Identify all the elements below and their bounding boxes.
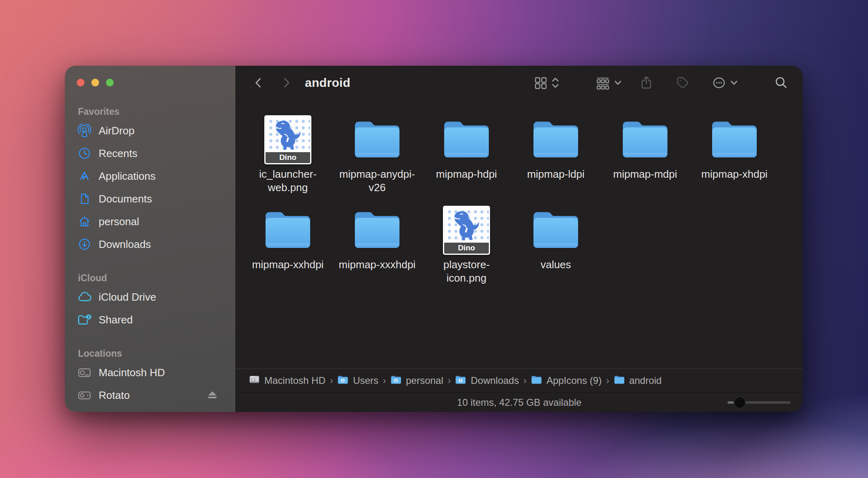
dino-artwork (444, 207, 489, 243)
sidebar-section-title: iCloud (65, 273, 235, 284)
shared-folder-icon (77, 312, 92, 327)
drive-small-icon (249, 375, 260, 387)
file-grid: Dino ic_launcher-web.png mipmap-anydpi-v… (243, 114, 779, 295)
close-button[interactable] (77, 79, 84, 86)
image-thumbnail: Dino (443, 206, 490, 255)
path-separator: › (606, 375, 609, 386)
folder-home-icon (391, 375, 402, 387)
folder-small-icon (614, 375, 625, 387)
folder-icon (263, 209, 313, 251)
icon-size-slider[interactable] (728, 401, 790, 404)
status-bar: 10 items, 42.75 GB available (236, 392, 803, 412)
sidebar-section-title: Locations (65, 348, 235, 359)
file-mipmap-xhdpi[interactable]: mipmap-xhdpi (690, 114, 779, 205)
sidebar-item-macintosh-hd[interactable]: Macintosh HD (65, 361, 235, 384)
sidebar-item-recents[interactable]: Recents (65, 142, 235, 165)
path-item-appicons-9[interactable]: AppIcons (9) (531, 375, 602, 387)
folder-icon (531, 119, 581, 160)
back-button[interactable] (250, 75, 267, 91)
more-options-button[interactable] (712, 76, 726, 90)
sidebar-section-title: Favorites (65, 106, 235, 117)
sidebar-item-synologydrive[interactable]: SynologyDrive (65, 407, 235, 412)
airdrop-icon (77, 123, 92, 138)
share-button[interactable] (639, 75, 653, 90)
sidebar-sections: Favorites AirDrop Recents Applications D… (65, 106, 235, 412)
tag-button[interactable] (676, 76, 689, 90)
sidebar-item-icloud-drive[interactable]: iCloud Drive (65, 286, 235, 308)
path-item-macintosh-hd[interactable]: Macintosh HD (249, 375, 326, 387)
forward-button[interactable] (278, 75, 294, 91)
search-button[interactable] (774, 76, 788, 90)
file-mipmap-mdpi[interactable]: mipmap-mdpi (600, 114, 690, 205)
file-mipmap-xxhdpi[interactable]: mipmap-xxhdpi (243, 205, 333, 295)
traffic-lights (77, 79, 114, 86)
file-ic-launcher-web-png[interactable]: Dino ic_launcher-web.png (243, 114, 333, 205)
page-title: android (305, 76, 350, 90)
applications-icon (77, 169, 92, 183)
sidebar-item-airdrop[interactable]: AirDrop (65, 119, 235, 142)
zoom-button[interactable] (106, 79, 114, 86)
home-icon (77, 214, 92, 229)
synology-icon (77, 411, 92, 412)
sidebar-item-personal[interactable]: personal (65, 210, 235, 233)
path-item-users[interactable]: Users (337, 375, 378, 387)
path-separator: › (523, 375, 527, 386)
file-playstore-icon-png[interactable]: Dino playstore-icon.png (422, 205, 511, 295)
folder-icon (352, 209, 402, 251)
thumbnail-badge: Dino (266, 152, 310, 163)
file-area: Dino ic_launcher-web.png mipmap-anydpi-v… (236, 100, 803, 368)
folder-icon (442, 119, 491, 160)
image-thumbnail: Dino (264, 115, 311, 164)
file-mipmap-anydpi-v26[interactable]: mipmap-anydpi-v26 (333, 114, 422, 205)
folder-icon (710, 119, 759, 160)
path-separator: › (383, 375, 386, 386)
dino-artwork (266, 116, 310, 152)
status-text: 10 items, 42.75 GB available (236, 397, 803, 408)
sidebar-section: Favorites AirDrop Recents Applications D… (65, 106, 235, 256)
slider-knob[interactable] (734, 396, 746, 409)
path-item-android[interactable]: android (614, 375, 662, 387)
path-item-personal[interactable]: personal (391, 375, 443, 387)
toolbar-actions (534, 75, 788, 90)
sidebar-item-shared[interactable]: Shared (65, 308, 235, 331)
toolbar: android (236, 66, 803, 100)
path-separator: › (448, 375, 451, 386)
eject-button[interactable] (206, 390, 218, 400)
internal-drive-icon (77, 365, 92, 380)
file-mipmap-xxxhdpi[interactable]: mipmap-xxxhdpi (333, 205, 422, 295)
sidebar: Favorites AirDrop Recents Applications D… (65, 66, 235, 412)
chevron-down-icon[interactable] (730, 78, 738, 87)
chevron-down-icon[interactable] (613, 78, 622, 87)
view-stepper-icon[interactable] (551, 76, 560, 90)
external-drive-icon (77, 388, 92, 403)
sidebar-item-downloads[interactable]: Downloads (65, 233, 235, 256)
path-item-downloads[interactable]: Downloads (455, 375, 519, 387)
thumbnail-badge: Dino (444, 243, 489, 254)
file-mipmap-hdpi[interactable]: mipmap-hdpi (422, 114, 511, 205)
sidebar-item-rotato[interactable]: Rotato (65, 384, 235, 407)
downloads-icon (77, 237, 92, 252)
main-pane: android Dino ic_launcher-web.png (235, 66, 803, 412)
minimize-button[interactable] (91, 79, 99, 86)
recents-icon (77, 146, 92, 161)
folder-users-icon (337, 375, 348, 387)
path-bar: Macintosh HD › Users › personal › Downlo… (236, 368, 803, 392)
file-mipmap-ldpi[interactable]: mipmap-ldpi (511, 114, 600, 205)
path-separator: › (330, 375, 333, 386)
icloud-icon (77, 290, 92, 304)
sidebar-section: iCloud iCloud Drive Shared (65, 273, 235, 331)
folder-small-icon (531, 375, 542, 387)
icon-view-button[interactable] (534, 76, 548, 90)
documents-icon (77, 192, 92, 206)
finder-window: Favorites AirDrop Recents Applications D… (65, 66, 803, 412)
folder-icon (352, 119, 402, 160)
folder-downloads-icon (455, 375, 466, 387)
file-values[interactable]: values (511, 205, 600, 295)
folder-icon (620, 119, 670, 160)
group-by-button[interactable] (596, 76, 610, 90)
sidebar-item-applications[interactable]: Applications (65, 165, 235, 187)
sidebar-item-documents[interactable]: Documents (65, 187, 235, 210)
sidebar-section: Locations Macintosh HD Rotato SynologyDr… (65, 348, 235, 412)
folder-icon (531, 209, 581, 251)
